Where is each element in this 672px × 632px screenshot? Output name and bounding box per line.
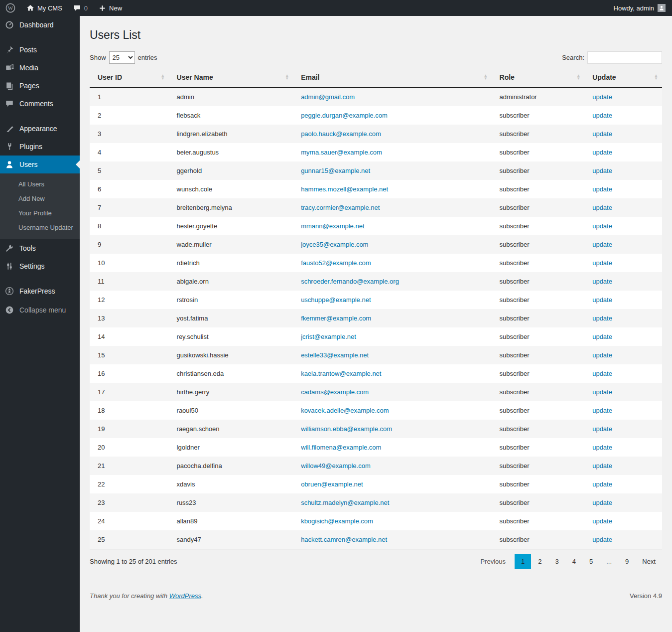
cell-update-value[interactable]: update (592, 315, 612, 322)
cell-update-value[interactable]: update (592, 425, 612, 433)
cell-update-value[interactable]: update (592, 185, 612, 193)
wordpress-logo-icon[interactable]: W (0, 0, 21, 16)
submenu-username-updater[interactable]: Username Updater (0, 220, 80, 235)
collapse-menu-button[interactable]: Collapse menu (0, 301, 80, 319)
cell-email-value[interactable]: schroeder.fernando@example.org (301, 278, 399, 285)
cell-update-value[interactable]: update (592, 93, 612, 101)
cell-email-value[interactable]: joyce35@example.com (301, 241, 368, 248)
cell-email-value[interactable]: jcrist@example.net (301, 333, 356, 340)
cell-username-value: admin (177, 93, 194, 101)
cell-email-value[interactable]: myrna.sauer@example.com (301, 149, 382, 156)
cell-email-value[interactable]: tracy.cormier@example.net (301, 204, 380, 211)
new-content-button[interactable]: New (93, 0, 128, 16)
cell-email-value[interactable]: cadams@example.com (301, 388, 369, 396)
cell-email-value[interactable]: fausto52@example.com (301, 259, 371, 267)
cell-update-value[interactable]: update (592, 333, 612, 340)
cell-update-value[interactable]: update (592, 222, 612, 230)
cell-username: gusikowski.hassie (169, 346, 293, 364)
pagination-next[interactable]: Next (636, 554, 662, 569)
cell-role: subscriber (492, 475, 585, 493)
pagination-page-2[interactable]: 2 (532, 554, 548, 569)
cell-email-value[interactable]: estelle33@example.net (301, 351, 369, 359)
cell-email-value[interactable]: obruen@example.net (301, 480, 363, 488)
cell-email-value[interactable]: williamson.ebba@example.com (301, 425, 392, 433)
pagination-page-1[interactable]: 1 (515, 554, 531, 569)
cell-update-value[interactable]: update (592, 388, 612, 396)
cell-update-value[interactable]: update (592, 499, 612, 506)
cell-update-value[interactable]: update (592, 370, 612, 377)
cell-update-value[interactable]: update (592, 149, 612, 156)
page-size-select[interactable]: 25 (109, 51, 135, 64)
cell-email-value[interactable]: uschuppe@example.net (301, 296, 371, 304)
cell-user-id: 12 (90, 291, 169, 309)
cell-email-value[interactable]: peggie.durgan@example.com (301, 112, 388, 119)
cell-email-value[interactable]: paolo.hauck@example.com (301, 130, 381, 138)
sidebar-item-appearance[interactable]: Appearance (0, 120, 80, 138)
cell-update-value[interactable]: update (592, 204, 612, 211)
cell-update-value[interactable]: update (592, 536, 612, 543)
cell-user-id: 7 (90, 198, 169, 217)
cell-update-value[interactable]: update (592, 444, 612, 451)
cell-update-value[interactable]: update (592, 278, 612, 285)
sidebar-item-users[interactable]: Users (0, 156, 80, 173)
table-row: 2flebsackpeggie.durgan@example.comsubscr… (90, 106, 662, 125)
cell-update-value[interactable]: update (592, 130, 612, 138)
sidebar-item-pages[interactable]: Pages (0, 77, 80, 95)
cell-update-value[interactable]: update (592, 241, 612, 248)
sidebar-item-dashboard[interactable]: Dashboard (0, 16, 80, 34)
cell-update-value[interactable]: update (592, 462, 612, 470)
cell-email-value[interactable]: fkemmer@example.com (301, 315, 371, 322)
comments-bubble-button[interactable]: 0 (68, 0, 93, 16)
table-row: 4beier.augustusmyrna.sauer@example.comsu… (90, 143, 662, 161)
cell-update: update (584, 106, 662, 125)
cell-email-value[interactable]: mmann@example.net (301, 222, 364, 230)
cell-email-value[interactable]: kaela.trantow@example.net (301, 370, 381, 377)
pagination-page-4[interactable]: 4 (566, 554, 582, 569)
cell-email-value[interactable]: will.filomena@example.com (301, 444, 381, 451)
sidebar-item-plugins[interactable]: Plugins (0, 138, 80, 156)
cell-update-value[interactable]: update (592, 296, 612, 304)
submenu-all-users[interactable]: All Users (0, 177, 80, 191)
sidebar-item-media[interactable]: Media (0, 59, 80, 77)
sidebar-item-fakerpress[interactable]: FakerPress (0, 282, 80, 300)
pagination-page-3[interactable]: 3 (548, 554, 565, 569)
cell-email-value[interactable]: hammes.mozell@example.net (301, 185, 388, 193)
cell-update-value[interactable]: update (592, 517, 612, 525)
pagination-page-5[interactable]: 5 (583, 554, 599, 569)
cell-email-value[interactable]: willow49@example.com (301, 462, 371, 470)
cell-email-value[interactable]: admin@gmail.com (301, 93, 355, 101)
pagination-previous[interactable]: Previous (474, 554, 512, 569)
pagination-page-9[interactable]: 9 (619, 554, 635, 569)
column-header-update[interactable]: Update▲▼ (584, 67, 662, 88)
column-header-email[interactable]: Email▲▼ (293, 67, 491, 88)
sidebar-item-comments[interactable]: Comments (0, 95, 80, 113)
search-input[interactable] (587, 51, 662, 64)
cell-update-value[interactable]: update (592, 259, 612, 267)
cell-email-value[interactable]: schultz.madelyn@example.net (301, 499, 389, 506)
cell-update-value[interactable]: update (592, 407, 612, 414)
column-header-user-name[interactable]: User Name▲▼ (169, 67, 293, 88)
column-header-role[interactable]: Role▲▼ (492, 67, 585, 88)
cell-email-value[interactable]: hackett.camren@example.net (301, 536, 387, 543)
cell-email-value[interactable]: kbogisich@example.com (301, 517, 373, 525)
cell-email-value[interactable]: gunnar15@example.net (301, 167, 370, 174)
sidebar-item-tools[interactable]: Tools (0, 239, 80, 257)
cell-email-value[interactable]: kovacek.adelle@example.com (301, 407, 389, 414)
sidebar-item-settings[interactable]: Settings (0, 257, 80, 275)
account-menu[interactable]: Howdy, admin (607, 4, 672, 12)
site-name-link[interactable]: My CMS (21, 0, 68, 16)
cell-username-value: ggerhold (177, 167, 202, 174)
cell-user-id-value: 12 (98, 296, 105, 304)
submenu-your-profile[interactable]: Your Profile (0, 206, 80, 220)
sidebar-item-posts[interactable]: Posts (0, 41, 80, 59)
wordpress-link[interactable]: WordPress (169, 592, 201, 600)
cell-role: subscriber (492, 143, 585, 161)
cell-update: update (584, 143, 662, 161)
cell-update-value[interactable]: update (592, 167, 612, 174)
cell-update-value[interactable]: update (592, 480, 612, 488)
cell-update-value[interactable]: update (592, 351, 612, 359)
cell-update: update (584, 88, 662, 107)
cell-update-value[interactable]: update (592, 112, 612, 119)
column-header-user-id[interactable]: User ID▲▼ (90, 67, 169, 88)
submenu-add-new[interactable]: Add New (0, 191, 80, 206)
